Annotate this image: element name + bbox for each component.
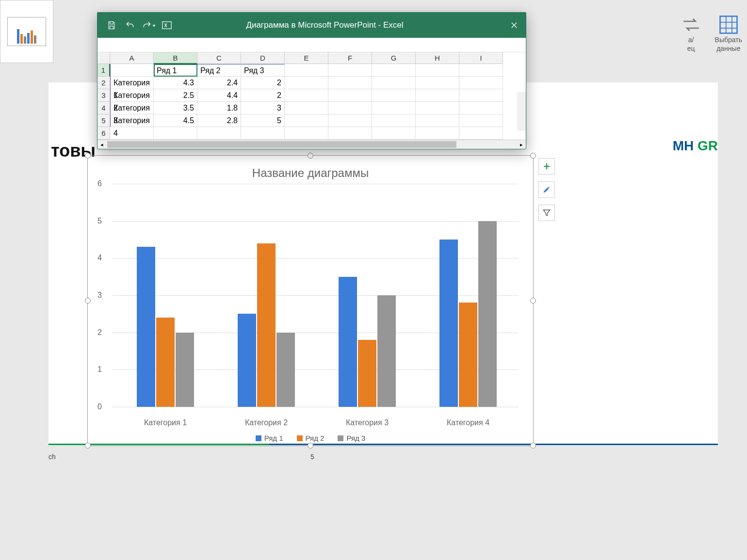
vertical-scrollbar[interactable] [517, 92, 526, 131]
cell[interactable] [372, 64, 416, 77]
legend[interactable]: Ряд 1Ряд 2Ряд 3 [88, 434, 533, 442]
chart-elements-button[interactable] [538, 158, 555, 175]
cell[interactable] [285, 102, 328, 114]
category-group[interactable] [216, 184, 317, 407]
column-header[interactable]: H [416, 52, 459, 64]
cell[interactable] [459, 89, 503, 102]
cell[interactable]: Категория 1 [110, 77, 154, 89]
cell[interactable] [459, 77, 503, 89]
cell[interactable]: Ряд 1 [154, 64, 197, 77]
column-header[interactable]: E [285, 52, 328, 64]
cell[interactable] [328, 77, 372, 89]
cell[interactable]: Категория 4 [110, 114, 154, 127]
cell[interactable] [416, 89, 459, 102]
column-header[interactable]: F [328, 52, 372, 64]
row-header[interactable]: 6 [97, 127, 110, 140]
bar[interactable] [156, 318, 175, 407]
select-data-button[interactable]: Выбрать данные [715, 15, 742, 52]
cell[interactable]: 2.8 [197, 114, 241, 127]
cell[interactable] [328, 64, 372, 77]
category-group[interactable] [115, 184, 216, 407]
resize-handle[interactable] [85, 153, 91, 159]
row-header[interactable]: 2 [97, 77, 110, 89]
cell[interactable]: 2 [241, 77, 285, 89]
cell[interactable]: 5 [241, 114, 285, 127]
row-header[interactable]: 5 [97, 114, 110, 127]
resize-handle[interactable] [530, 443, 536, 448]
cell[interactable] [416, 114, 459, 127]
cell[interactable]: Ряд 2 [197, 64, 241, 77]
scroll-left-button[interactable]: ◂ [97, 140, 106, 149]
chart-object[interactable]: Название диаграммы 0123456 Категория 1Ка… [87, 155, 534, 446]
cell[interactable]: 2.5 [154, 89, 197, 102]
excel-grid[interactable]: ABCDEFGHI 1Ряд 1Ряд 2Ряд 32Категория 14.… [97, 52, 526, 140]
column-header[interactable]: I [459, 52, 503, 64]
cell[interactable] [372, 114, 416, 127]
cell[interactable] [416, 64, 459, 77]
close-button[interactable] [503, 13, 526, 38]
redo-button[interactable]: ▾ [139, 16, 158, 34]
column-header[interactable]: G [372, 52, 416, 64]
cell[interactable] [459, 114, 503, 127]
excel-data-window[interactable]: ▾ Диаграмма в Microsoft PowerPoint - Exc… [97, 12, 526, 149]
cell[interactable] [372, 102, 416, 114]
cell[interactable] [285, 127, 328, 140]
cell[interactable] [285, 114, 328, 127]
cell[interactable] [459, 102, 503, 114]
legend-item[interactable]: Ряд 1 [256, 434, 283, 442]
cell[interactable]: 3.5 [154, 102, 197, 114]
row-header[interactable]: 3 [97, 89, 110, 102]
cell[interactable] [154, 127, 197, 140]
row-header[interactable]: 1 [97, 64, 110, 77]
cell[interactable]: 2 [241, 89, 285, 102]
resize-handle[interactable] [530, 153, 536, 159]
column-header[interactable]: B [154, 52, 197, 64]
bar[interactable] [276, 333, 295, 407]
legend-item[interactable]: Ряд 2 [297, 434, 325, 442]
cell[interactable] [416, 77, 459, 89]
bar[interactable] [176, 333, 194, 407]
category-group[interactable] [418, 184, 519, 407]
cell[interactable] [372, 89, 416, 102]
bar[interactable] [339, 277, 357, 407]
column-header[interactable]: D [241, 52, 285, 64]
chart-styles-button[interactable] [538, 181, 555, 198]
cell[interactable] [241, 127, 285, 140]
cell[interactable]: 4.5 [154, 114, 197, 127]
cell[interactable]: Ряд 3 [241, 64, 285, 77]
cell[interactable] [110, 127, 154, 140]
bar[interactable] [358, 340, 376, 407]
cell[interactable]: 3 [241, 102, 285, 114]
bar[interactable] [377, 295, 396, 407]
cell[interactable]: 2.4 [197, 77, 241, 89]
cell[interactable] [328, 127, 372, 140]
resize-handle[interactable] [530, 298, 536, 304]
chart-filter-button[interactable] [538, 205, 555, 221]
cell[interactable] [285, 64, 328, 77]
cell[interactable]: Категория 2 [110, 89, 154, 102]
cell[interactable] [459, 64, 503, 77]
bar[interactable] [238, 314, 256, 407]
excel-titlebar[interactable]: ▾ Диаграмма в Microsoft PowerPoint - Exc… [97, 13, 526, 38]
cell[interactable] [328, 114, 372, 127]
cell[interactable]: 1.8 [197, 102, 241, 114]
row-header[interactable]: 4 [97, 102, 110, 114]
cell[interactable]: Категория 3 [110, 102, 154, 114]
cell[interactable] [110, 64, 154, 77]
bar[interactable] [478, 221, 497, 407]
category-group[interactable] [317, 184, 418, 407]
cell[interactable] [197, 127, 241, 140]
chart-title[interactable]: Название диаграммы [88, 156, 533, 184]
switch-row-column-button[interactable]: а/ ец [681, 15, 701, 52]
undo-button[interactable] [121, 16, 139, 34]
resize-handle[interactable] [85, 443, 91, 448]
cell[interactable] [285, 89, 328, 102]
resize-handle[interactable] [308, 443, 313, 448]
cell[interactable] [372, 77, 416, 89]
cell[interactable] [459, 127, 503, 140]
bar[interactable] [257, 243, 276, 407]
cell[interactable] [328, 102, 372, 114]
legend-item[interactable]: Ряд 3 [338, 434, 365, 442]
cell[interactable]: 4.4 [197, 89, 241, 102]
bar[interactable] [439, 240, 458, 407]
